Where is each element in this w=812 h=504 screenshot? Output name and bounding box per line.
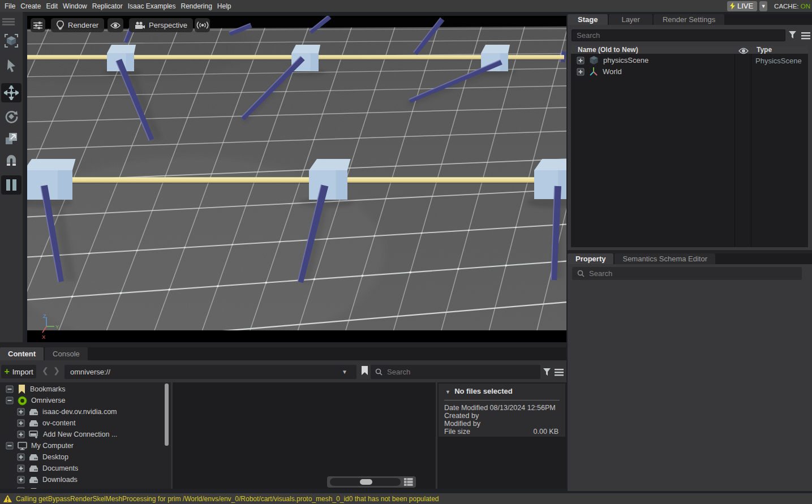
svg-text:Z: Z xyxy=(43,313,46,319)
svg-text:Y: Y xyxy=(55,324,59,330)
svg-text:X: X xyxy=(42,334,46,340)
